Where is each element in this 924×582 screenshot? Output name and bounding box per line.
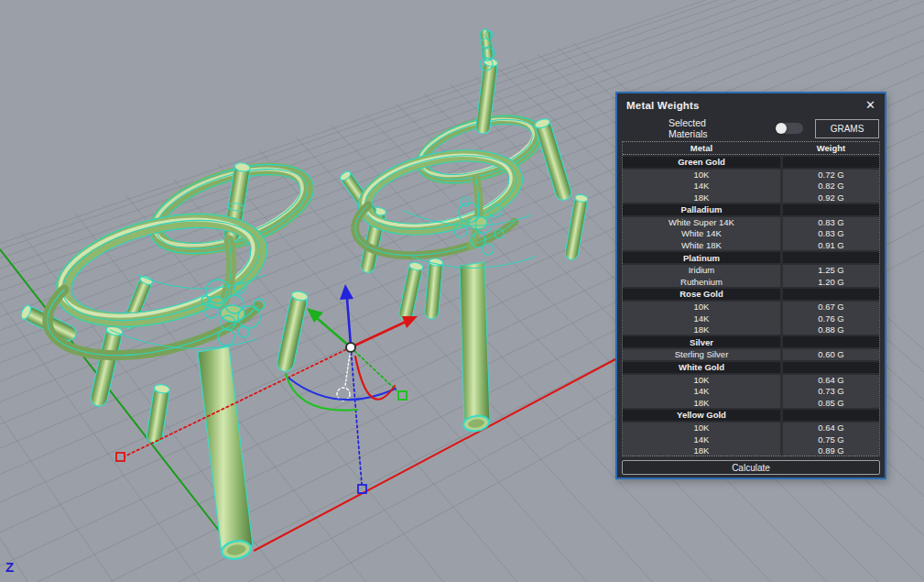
weight-cell: 0.89 G — [783, 445, 879, 456]
gumball-origin-dot[interactable] — [346, 343, 355, 352]
weight-cell: 0.75 G — [783, 434, 879, 445]
model-left-casting[interactable] — [19, 147, 324, 561]
calculate-button[interactable]: Calculate — [622, 460, 880, 475]
metal-weight-row: White 18K0.91 G — [623, 239, 879, 250]
metal-weight-row: Ruthenium1.20 G — [623, 276, 879, 287]
metal-cell: White Super 14K — [623, 217, 780, 227]
rotate-x-arc[interactable] — [355, 357, 395, 400]
gumball-x-handle[interactable] — [116, 453, 125, 461]
weight-cell: 0.64 G — [783, 375, 879, 385]
toggle-knob-icon — [776, 123, 787, 134]
metal-cell: 18K — [623, 398, 780, 408]
metal-group-row: Palladium — [623, 204, 879, 216]
panel-controls: Selected Materials GRAMS — [617, 116, 885, 140]
calculate-button-area: Calculate — [617, 456, 885, 478]
metal-group-name: Green Gold — [623, 157, 780, 167]
metal-weight-row: 18K0.89 G — [623, 445, 879, 456]
metal-group-name: Palladium — [623, 204, 780, 214]
column-divider — [780, 157, 783, 169]
weight-cell: 0.64 G — [783, 423, 879, 433]
weight-cell: 0.76 G — [783, 313, 879, 324]
column-divider — [780, 252, 783, 264]
move-z-arrowhead[interactable] — [340, 284, 353, 300]
metal-weight-row: 18K0.92 G — [623, 192, 879, 203]
column-divider — [780, 289, 783, 301]
move-x-arrow[interactable] — [351, 323, 404, 347]
metal-group-name: White Gold — [623, 362, 780, 372]
column-divider — [780, 362, 783, 374]
metal-group-name: Yellow Gold — [623, 410, 780, 420]
metal-weight-row: 14K0.76 G — [623, 313, 879, 324]
metal-weight-row: 10K0.64 G — [623, 375, 879, 386]
selected-materials-label: Selected Materials — [669, 117, 735, 139]
metal-weight-row: 18K0.85 G — [623, 397, 879, 408]
scale-y-handle[interactable] — [398, 391, 407, 400]
metal-group-row: Green Gold — [623, 157, 879, 169]
metal-cell: White 18K — [623, 240, 780, 250]
weight-cell: 1.20 G — [783, 277, 879, 287]
metal-group-row: Platinum — [623, 252, 879, 264]
metal-weights-table: Metal Weight Green Gold10K0.72 G14K0.82 … — [622, 141, 880, 456]
rotate-z-arc[interactable] — [289, 379, 396, 400]
metal-weight-row: Sterling Silver0.60 G — [623, 349, 879, 360]
metal-cell: 10K — [623, 302, 780, 312]
weight-cell: 0.83 G — [783, 217, 879, 227]
metal-weight-row: 10K0.72 G — [623, 170, 879, 181]
panel-title: Metal Weights — [626, 100, 700, 111]
weight-cell: 0.92 G — [783, 192, 879, 203]
weight-cell: 0.60 G — [783, 349, 879, 359]
weight-cell: 0.85 G — [783, 398, 879, 408]
world-axis-z-label: Z — [5, 560, 14, 574]
metal-group-name: Platinum — [623, 253, 780, 263]
metal-weight-row: White Super 14K0.83 G — [623, 217, 879, 228]
gumball-pivot-line — [345, 347, 351, 386]
weight-cell: 0.88 G — [783, 324, 879, 335]
column-divider — [780, 410, 783, 422]
metal-weight-row: 14K0.82 G — [623, 181, 879, 192]
metal-weight-row: 18K0.88 G — [623, 324, 879, 335]
metal-weight-row: White 14K0.83 G — [623, 228, 879, 239]
metal-group-name: Silver — [623, 337, 780, 347]
metal-cell: 14K — [623, 313, 780, 324]
metal-cell: Sterling Silver — [623, 349, 780, 359]
table-body: Green Gold10K0.72 G14K0.82 G18K0.92 GPal… — [623, 157, 879, 456]
column-divider — [780, 204, 783, 216]
weight-cell: 1.25 G — [783, 265, 879, 275]
metal-cell: White 14K — [623, 228, 780, 238]
metal-weight-row: 10K0.64 G — [623, 423, 879, 434]
metal-cell: 10K — [623, 375, 780, 385]
close-icon[interactable]: ✕ — [865, 99, 875, 111]
metal-weight-row: 10K0.67 G — [623, 302, 879, 313]
metal-cell: 18K — [623, 324, 780, 335]
metal-cell: Ruthenium — [623, 277, 780, 287]
weight-column-header: Weight — [783, 143, 879, 153]
weight-cell: 0.83 G — [783, 228, 879, 238]
panel-titlebar[interactable]: Metal Weights ✕ — [617, 93, 885, 116]
metal-group-row: Silver — [623, 336, 879, 348]
metal-group-row: White Gold — [623, 362, 879, 374]
metal-cell: 14K — [623, 386, 780, 396]
weight-cell: 0.72 G — [783, 170, 879, 180]
selected-materials-toggle[interactable] — [776, 123, 803, 134]
table-header-row: Metal Weight — [623, 142, 879, 155]
weight-cell: 0.82 G — [783, 181, 879, 191]
metal-cell: 18K — [623, 192, 780, 203]
column-divider — [780, 336, 783, 348]
metal-group-row: Yellow Gold — [623, 410, 879, 422]
weight-cell: 0.73 G — [783, 386, 879, 396]
metal-cell: 10K — [623, 423, 780, 433]
move-y-arrow[interactable] — [317, 318, 351, 347]
metal-group-name: Rose Gold — [623, 289, 780, 299]
metal-cell: 14K — [623, 434, 780, 445]
metal-weight-row: Iridium1.25 G — [623, 265, 879, 276]
metal-weights-panel: Metal Weights ✕ Selected Materials GRAMS… — [615, 92, 886, 479]
weight-cell: 0.91 G — [783, 240, 879, 250]
metal-cell: Iridium — [623, 265, 780, 275]
metal-cell: 18K — [623, 445, 780, 456]
metal-cell: 14K — [623, 181, 780, 191]
metal-cell: 10K — [623, 170, 780, 180]
metal-group-row: Rose Gold — [623, 289, 879, 301]
weight-cell: 0.67 G — [783, 302, 879, 312]
units-button[interactable]: GRAMS — [815, 119, 879, 138]
metal-weight-row: 14K0.75 G — [623, 434, 879, 445]
